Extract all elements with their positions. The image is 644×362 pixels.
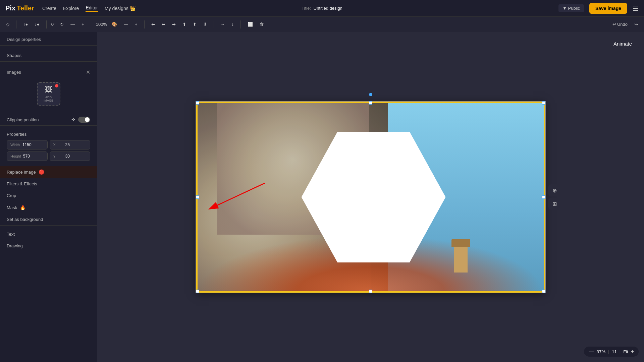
toolbar-separator-3	[91, 20, 91, 28]
mask-badge: 🔥	[20, 205, 25, 210]
nav-editor[interactable]: Editor	[86, 5, 98, 12]
design-properties-title[interactable]: Design properties	[0, 32, 97, 45]
align-center-h-button[interactable]: ⬌	[160, 20, 167, 28]
handle-top-left[interactable]	[196, 101, 199, 105]
nav-links: Create Explore Editor My designs 👑	[42, 5, 136, 12]
height-field[interactable]: Height 570	[7, 152, 48, 161]
handle-top-center-rotate[interactable]	[369, 93, 372, 96]
zoom-out-button[interactable]: —	[589, 349, 594, 355]
handle-bottom-left[interactable]	[196, 290, 199, 293]
toolbar-separator-1	[16, 20, 16, 28]
x-value: 25	[65, 142, 70, 147]
handle-middle-left[interactable]	[196, 195, 199, 199]
side-action-button[interactable]: ⊞	[548, 198, 560, 210]
text-label: Text	[7, 232, 15, 237]
zoom-separator: |	[608, 349, 609, 354]
mask-link[interactable]: Mask 🔥	[0, 201, 97, 214]
zoom-value: 97%	[597, 349, 605, 354]
canvas-wrapper[interactable]: ⊕ ⊞	[196, 102, 545, 293]
handle-top-right[interactable]	[542, 101, 545, 105]
public-badge[interactable]: ▼ Public	[558, 4, 584, 12]
logo[interactable]: PixTeller	[5, 4, 34, 12]
nav-mydesigns[interactable]: My designs 👑	[105, 6, 136, 11]
height-label: Height	[10, 154, 21, 158]
align-right-button[interactable]: ➡	[170, 20, 178, 28]
add-image-button[interactable]: 🖼 ADDIMAGE	[37, 82, 60, 106]
toggle-thumb	[85, 117, 90, 122]
add-image-label: ADDIMAGE	[44, 96, 53, 102]
flip-h-button[interactable]: ↔	[219, 20, 227, 28]
handle-top-center[interactable]	[369, 101, 372, 105]
align-center-v-button[interactable]: ⬍	[191, 20, 199, 28]
frame-button[interactable]: ⬜	[246, 20, 255, 28]
crop-link[interactable]: Crop	[0, 190, 97, 201]
undo-button[interactable]: ↩ Undo	[610, 20, 630, 28]
animate-button[interactable]: Animate	[607, 38, 639, 50]
replace-image-link[interactable]: Replace image 🔴	[0, 166, 97, 178]
flip-v-button[interactable]: ↕	[230, 20, 236, 28]
handle-bottom-center[interactable]	[369, 290, 372, 293]
mask-label: Mask	[7, 205, 17, 210]
x-label: X	[53, 143, 63, 147]
sidebar: Design properties Shapes Images ✕ 🖼 ADDI…	[0, 32, 97, 362]
canvas-area: Animate	[97, 32, 644, 362]
divider-6	[0, 225, 97, 226]
title-label: Title:	[302, 6, 311, 11]
add-image-block: 🖼 ADDIMAGE	[0, 79, 97, 111]
replace-image-label: Replace image	[7, 170, 36, 175]
rotate-ccw-button[interactable]: —	[68, 20, 77, 28]
align-left-button[interactable]: ⬅	[149, 20, 157, 28]
text-link[interactable]: Text	[0, 228, 97, 240]
move-up-button[interactable]: ↑●	[21, 20, 30, 28]
divider-3	[0, 111, 97, 111]
set-as-background-link[interactable]: Set as background	[0, 214, 97, 225]
water-tower	[454, 246, 468, 273]
y-label: Y	[53, 154, 63, 158]
handle-bottom-right[interactable]	[542, 290, 545, 293]
redo-button[interactable]: ↪	[632, 20, 640, 28]
add-image-badge	[55, 84, 58, 87]
y-field[interactable]: Y 30	[50, 152, 91, 161]
toolbar-separator-2	[46, 20, 47, 28]
width-label: Width	[10, 143, 20, 147]
rotate-button[interactable]: ↻	[58, 20, 66, 28]
zoom-fit[interactable]: Fit	[623, 349, 628, 354]
divider-1	[0, 45, 97, 46]
color-button[interactable]: 🎨	[110, 20, 119, 28]
toggle-track[interactable]	[78, 117, 90, 123]
delete-button[interactable]: 🗑	[258, 20, 266, 28]
zoom-plus-button[interactable]: +	[133, 20, 140, 28]
properties-grid: Width 1150 X 25 Height 570 Y 30	[7, 140, 90, 161]
x-field[interactable]: X 25	[50, 140, 91, 149]
align-bottom-button[interactable]: ⬇	[201, 20, 209, 28]
layer-order-button[interactable]: ◇	[4, 20, 11, 28]
height-value: 570	[23, 154, 30, 159]
nav-explore[interactable]: Explore	[63, 6, 79, 11]
main-content: Design properties Shapes Images ✕ 🖼 ADDI…	[0, 32, 644, 362]
move-down-button[interactable]: ↓●	[33, 20, 41, 28]
y-value: 30	[65, 154, 70, 159]
clipping-position-label: Clipping position	[7, 117, 39, 122]
zoom-controls: — 97% | 11 | Fit +	[584, 347, 639, 357]
handle-middle-right[interactable]	[542, 195, 545, 199]
filters-effects-label: Filters & Effects	[7, 181, 37, 186]
zoom-in-button[interactable]: +	[631, 349, 634, 355]
crosshair-icon: ✛	[71, 117, 75, 122]
align-top-button[interactable]: ⬆	[180, 20, 188, 28]
rotate-cw-button[interactable]: +	[79, 20, 86, 28]
shapes-title[interactable]: Shapes	[0, 48, 97, 61]
filters-effects-link[interactable]: Filters & Effects	[0, 178, 97, 190]
images-close-button[interactable]: ✕	[86, 69, 90, 75]
clipping-toggle[interactable]: ✛	[71, 117, 90, 123]
nav-create[interactable]: Create	[42, 6, 56, 11]
save-image-button[interactable]: Save image	[589, 3, 627, 14]
width-field[interactable]: Width 1150	[7, 140, 48, 149]
logo-teller: Teller	[17, 4, 34, 12]
drawing-link[interactable]: Drawing	[0, 240, 97, 252]
canvas-background	[198, 103, 544, 291]
zoom-minus-button[interactable]: —	[122, 20, 130, 28]
title-value[interactable]: Untitled design	[314, 6, 342, 11]
images-title: Images	[7, 70, 21, 75]
side-add-button[interactable]: ⊕	[548, 184, 560, 196]
hamburger-menu-button[interactable]: ☰	[633, 4, 639, 12]
